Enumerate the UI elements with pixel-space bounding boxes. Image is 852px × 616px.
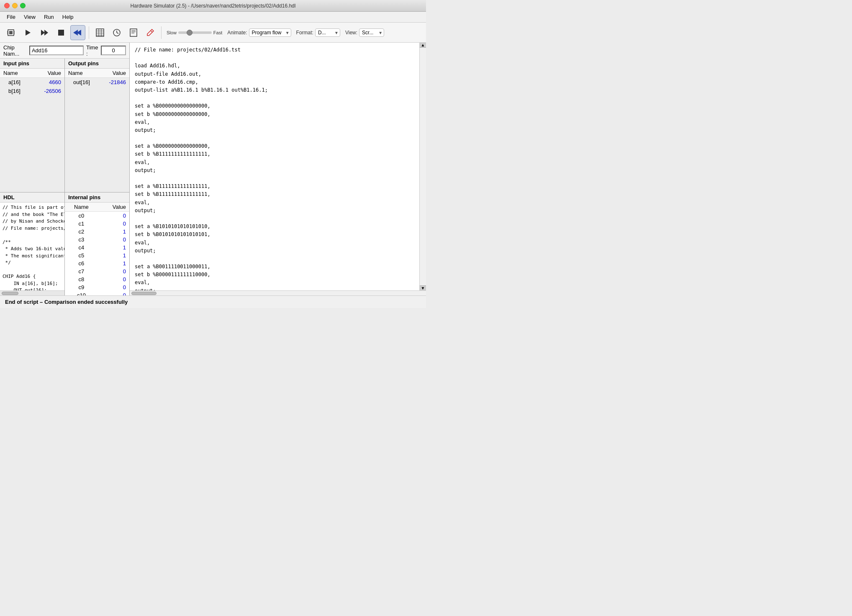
menu-view[interactable]: View	[21, 13, 39, 21]
menu-bar: File View Run Help	[0, 12, 426, 23]
scroll-down-arrow[interactable]: ▼	[420, 285, 426, 290]
chip-name-label: Chip Nam...	[3, 44, 27, 57]
table-button[interactable]	[92, 25, 108, 40]
chip-name-input[interactable]	[29, 46, 84, 55]
input-col-value: Value	[32, 69, 64, 78]
pins-top: Input pins Name Value a[16] 4660b[16] -2…	[0, 59, 129, 192]
internal-pins-table-wrapper[interactable]: Name Value c0 0c1 0c2 1c3 0c4 1	[65, 203, 129, 295]
time-label: Time :	[86, 44, 98, 57]
view-label: View:	[345, 30, 357, 36]
animate-label: Animate:	[227, 30, 247, 36]
animate-group: Animate: Program flow ▼	[227, 28, 291, 37]
internal-pin-value[interactable]: 0	[98, 220, 129, 228]
animate-dropdown-wrapper: Program flow ▼	[249, 28, 291, 37]
window-controls[interactable]	[4, 3, 26, 8]
internal-pin-value[interactable]: 1	[98, 228, 129, 236]
right-panel-inner: // File name: projects/02/Add16.tst load…	[130, 43, 426, 290]
script-scroll-thumb[interactable]	[131, 292, 157, 295]
internal-pin-value[interactable]: 0	[98, 267, 129, 275]
input-pins-table: Name Value a[16] 4660b[16] -26506	[0, 69, 64, 95]
fast-forward-button[interactable]	[37, 25, 52, 40]
internal-pin-name: c10	[65, 291, 98, 295]
internal-pin-value[interactable]: 0	[98, 275, 129, 283]
chip-icon-button[interactable]	[3, 25, 18, 40]
input-pin-row: b[16] -26506	[0, 87, 64, 95]
fast-label: Fast	[213, 30, 222, 35]
svg-marker-27	[147, 29, 154, 36]
speed-slider[interactable]	[178, 31, 212, 34]
animate-select[interactable]: Program flow	[249, 28, 291, 37]
internal-pin-row: c2 1	[65, 228, 129, 236]
edit-button[interactable]	[143, 25, 158, 40]
script-scrollbar-h[interactable]	[130, 290, 426, 295]
internal-pin-name: c0	[65, 212, 98, 220]
maximize-button[interactable]	[20, 3, 26, 8]
chip-name-row: Chip Nam... Time :	[0, 43, 129, 59]
speed-control: Slow Fast	[167, 30, 222, 35]
window-title: Hardware Simulator (2.5) - /Users/naver/…	[131, 3, 296, 9]
internal-pin-value[interactable]: 0	[98, 283, 129, 291]
input-pins-header: Input pins	[0, 59, 64, 69]
internal-pin-row: c0 0	[65, 212, 129, 220]
internal-pin-row: c1 0	[65, 220, 129, 228]
internal-pin-value[interactable]: 0	[98, 236, 129, 244]
time-input[interactable]	[101, 46, 126, 55]
internal-pin-row: c5 1	[65, 252, 129, 259]
menu-run[interactable]: Run	[41, 13, 57, 21]
internal-pin-name: c1	[65, 220, 98, 228]
internal-pin-name: c3	[65, 236, 98, 244]
internal-pin-value[interactable]: 0	[98, 291, 129, 295]
format-select[interactable]: D...	[315, 28, 340, 37]
input-col-name: Name	[0, 69, 32, 78]
input-pin-value[interactable]: 4660	[32, 78, 64, 87]
internal-pin-row: c4 1	[65, 244, 129, 252]
internal-pin-value[interactable]: 1	[98, 259, 129, 267]
internal-pin-name: c2	[65, 228, 98, 236]
hdl-scroll-thumb[interactable]	[2, 292, 18, 295]
internal-pin-name: c7	[65, 267, 98, 275]
internal-pin-value[interactable]: 0	[98, 212, 129, 220]
hdl-content[interactable]: // This file is part of www.nanc // and …	[0, 203, 64, 290]
right-scrollbar[interactable]: ▲ ▼	[419, 43, 426, 290]
internal-pin-value[interactable]: 1	[98, 244, 129, 252]
view-dropdown-wrapper: Scr... ▼	[359, 28, 384, 37]
clock-button[interactable]	[109, 25, 124, 40]
right-panel: // File name: projects/02/Add16.tst load…	[130, 43, 426, 295]
menu-help[interactable]: Help	[59, 13, 77, 21]
menu-file[interactable]: File	[3, 13, 19, 21]
internal-pin-name: c4	[65, 244, 98, 252]
scroll-up-arrow[interactable]: ▲	[420, 43, 426, 48]
internal-pin-value[interactable]: 1	[98, 252, 129, 259]
output-pin-value[interactable]: -21846	[100, 78, 129, 87]
input-pin-value[interactable]: -26506	[32, 87, 64, 95]
minimize-button[interactable]	[12, 3, 18, 8]
hdl-scroll-h[interactable]	[0, 290, 64, 295]
internal-col-name: Name	[65, 203, 98, 212]
scroll-track[interactable]	[420, 48, 426, 285]
rewind-button[interactable]	[70, 25, 85, 40]
svg-rect-23	[130, 29, 137, 36]
internal-pins-table: Name Value c0 0c1 0c2 1c3 0c4 1	[65, 203, 129, 295]
internal-pin-name: c6	[65, 259, 98, 267]
internal-pin-row: c8 0	[65, 275, 129, 283]
input-pin-name: b[16]	[0, 87, 32, 95]
input-pin-row: a[16] 4660	[0, 78, 64, 87]
toolbar: Slow Fast Animate: Program flow ▼ Format…	[0, 23, 426, 43]
script-content[interactable]: // File name: projects/02/Add16.tst load…	[130, 43, 419, 290]
toolbar-separator-2	[161, 26, 162, 39]
stop-button[interactable]	[54, 25, 69, 40]
internal-pin-row: c10 0	[65, 291, 129, 295]
main-container: Chip Nam... Time : Input pins Name Value	[0, 43, 426, 295]
script-button[interactable]	[126, 25, 141, 40]
close-button[interactable]	[4, 3, 10, 8]
view-group: View: Scr... ▼	[345, 28, 384, 37]
single-step-button[interactable]	[20, 25, 35, 40]
output-col-name: Name	[65, 69, 100, 78]
output-pins-section: Output pins Name Value out[16] -21846	[65, 59, 129, 192]
svg-marker-13	[73, 30, 78, 36]
toolbar-separator-1	[89, 26, 89, 39]
input-pin-name: a[16]	[0, 78, 32, 87]
view-select[interactable]: Scr...	[359, 28, 384, 37]
internal-pins-section: Internal pins Name Value c0 0c1	[65, 192, 129, 295]
svg-marker-10	[44, 30, 48, 36]
